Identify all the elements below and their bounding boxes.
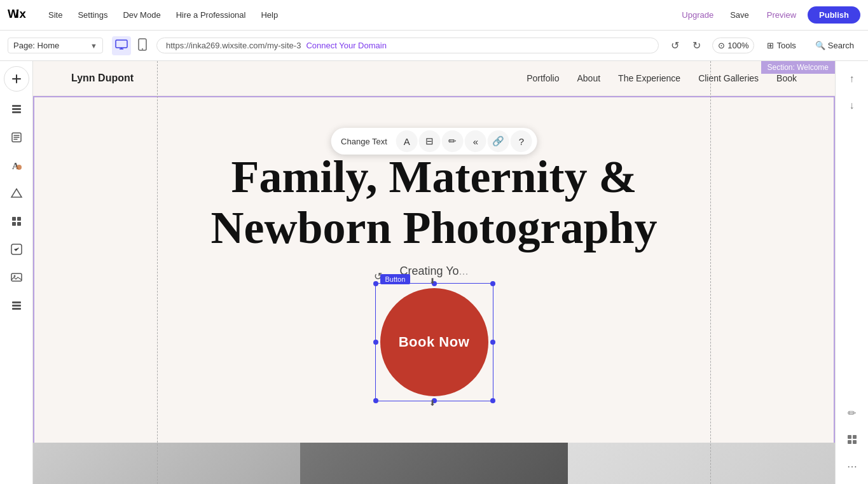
svg-point-19 <box>13 275 15 277</box>
resize-top-icon[interactable]: ⬇ <box>429 277 436 286</box>
handle-top-right[interactable] <box>490 281 495 286</box>
svg-rect-6 <box>12 105 21 107</box>
svg-rect-23 <box>848 435 851 439</box>
zoom-circle-icon: ⊙ <box>718 41 725 50</box>
right-grid-icon[interactable] <box>841 428 864 451</box>
gallery-item-3 <box>568 443 835 484</box>
preview-button[interactable]: Preview <box>761 8 803 22</box>
right-more-icon[interactable]: ⋯ <box>841 455 864 478</box>
hero-section: Family, Maternity &Newborn Photography C… <box>33 96 835 446</box>
site-logo: Lynn Dupont <box>71 73 134 84</box>
chevron-down-icon[interactable]: ▼ <box>90 42 97 50</box>
handle-left-mid[interactable] <box>373 340 378 345</box>
nav-dev-mode[interactable]: Dev Mode <box>118 8 165 22</box>
search-icon: 🔍 <box>815 41 825 50</box>
sidebar-pages-icon[interactable] <box>4 97 29 122</box>
svg-point-11 <box>17 165 22 170</box>
wix-logo[interactable]: W i x <box>8 7 33 24</box>
add-element-button[interactable] <box>4 66 29 92</box>
url-text: https://inka269.wixsite.com/my-site-3 <box>166 41 301 50</box>
handle-bottom-left[interactable] <box>373 398 378 403</box>
text-toolbar-popup: Change Text A ⊟ ✏ « 🔗 ? <box>331 128 537 155</box>
svg-rect-3 <box>116 40 127 48</box>
device-icons <box>112 35 150 57</box>
site-nav-portfolio[interactable]: Portfolio <box>527 73 559 83</box>
right-panel: ↑ ↓ ✏ ⋯ <box>835 61 868 484</box>
address-bar-row: Page: Home ▼ https://inka269.wixsite.com… <box>0 31 868 61</box>
redo-button[interactable]: ↻ <box>687 36 706 55</box>
toolbar-layout-btn[interactable]: ⊟ <box>419 130 441 152</box>
handle-right-mid[interactable] <box>490 340 495 345</box>
change-text-label[interactable]: Change Text <box>336 134 392 149</box>
svg-rect-16 <box>17 222 21 226</box>
search-button[interactable]: 🔍 Search <box>809 38 860 53</box>
toolbar-help-btn[interactable]: ? <box>511 130 532 152</box>
tools-label: Tools <box>776 41 796 50</box>
desktop-device-icon[interactable] <box>112 36 131 55</box>
svg-point-5 <box>142 48 143 50</box>
scroll-up-icon[interactable]: ↑ <box>841 67 864 90</box>
left-sidebar: A <box>0 61 33 484</box>
resize-bottom-icon[interactable]: ⬇ <box>429 399 436 408</box>
svg-text:x: x <box>20 7 27 20</box>
toolbar-link-btn[interactable]: 🔗 <box>488 130 509 152</box>
section-welcome-label: Section: Welcome <box>761 61 836 74</box>
handle-bottom-right[interactable] <box>490 398 495 403</box>
svg-rect-7 <box>12 108 21 110</box>
svg-rect-15 <box>12 222 16 226</box>
connect-domain-link[interactable]: Connect Your Domain <box>306 41 386 50</box>
svg-rect-26 <box>853 440 857 444</box>
right-edit-icon[interactable]: ✏ <box>841 401 864 424</box>
zoom-control[interactable]: ⊙ 100% <box>712 38 754 53</box>
sidebar-media-icon[interactable] <box>4 265 29 290</box>
canvas-area[interactable]: Section: Welcome Lynn Dupont Portfolio A… <box>33 61 835 484</box>
svg-rect-21 <box>12 305 21 307</box>
svg-text:i: i <box>16 7 19 20</box>
undo-button[interactable]: ↺ <box>665 36 684 55</box>
site-nav-galleries[interactable]: Client Galleries <box>698 73 759 83</box>
site-nav-about[interactable]: About <box>577 73 600 83</box>
search-label: Search <box>828 41 854 50</box>
sidebar-blog-icon[interactable] <box>4 125 29 150</box>
canvas-inner: Section: Welcome Lynn Dupont Portfolio A… <box>33 61 835 484</box>
sidebar-shape-icon[interactable] <box>4 181 29 206</box>
toolbar-font-btn[interactable]: A <box>396 130 418 152</box>
mobile-device-icon[interactable] <box>135 35 150 57</box>
toolbar-edit-btn[interactable]: ✏ <box>442 130 464 152</box>
top-nav-bar: W i x Site Settings Dev Mode Hire a Prof… <box>0 0 868 31</box>
main-layout: A Section: Welcome Lynn Dupont <box>0 61 868 484</box>
url-bar: https://inka269.wixsite.com/my-site-3 Co… <box>156 38 659 53</box>
book-now-button[interactable]: Book Now <box>380 288 488 396</box>
button-tag-label: Button <box>380 274 411 284</box>
site-nav-experience[interactable]: The Experience <box>618 73 680 83</box>
button-selection-wrapper: ↺ Button ⬇ <box>380 288 488 396</box>
svg-rect-25 <box>848 440 851 444</box>
tools-button[interactable]: ⊞ Tools <box>761 38 802 53</box>
nav-help[interactable]: Help <box>256 8 283 22</box>
page-selector[interactable]: Page: Home ▼ <box>8 38 103 53</box>
toolbar-animation-btn[interactable]: « <box>465 130 486 152</box>
site-nav-book[interactable]: Book <box>776 73 797 83</box>
sidebar-apps-icon[interactable] <box>4 209 29 234</box>
tools-icon: ⊞ <box>767 41 774 50</box>
nav-hire-professional[interactable]: Hire a Professional <box>171 8 251 22</box>
sidebar-widgets-icon[interactable] <box>4 237 29 262</box>
publish-button[interactable]: Publish <box>808 6 860 24</box>
svg-rect-8 <box>12 111 21 113</box>
sidebar-text-icon[interactable]: A <box>4 153 29 178</box>
nav-site[interactable]: Site <box>43 8 67 22</box>
svg-rect-14 <box>17 217 21 221</box>
gallery-strip <box>33 443 835 484</box>
nav-settings[interactable]: Settings <box>72 8 113 22</box>
site-nav: Portfolio About The Experience Client Ga… <box>527 73 797 83</box>
sidebar-layers-icon[interactable] <box>4 293 29 318</box>
hero-title: Family, Maternity &Newborn Photography <box>210 152 657 252</box>
scroll-down-icon[interactable]: ↓ <box>841 94 864 117</box>
undo-redo-controls: ↺ ↻ <box>665 36 706 55</box>
zoom-level: 100% <box>727 41 748 50</box>
upgrade-button[interactable]: Upgrade <box>677 8 719 22</box>
save-button[interactable]: Save <box>724 8 755 22</box>
svg-rect-22 <box>12 308 21 310</box>
svg-rect-20 <box>12 301 21 303</box>
svg-rect-13 <box>12 217 16 221</box>
